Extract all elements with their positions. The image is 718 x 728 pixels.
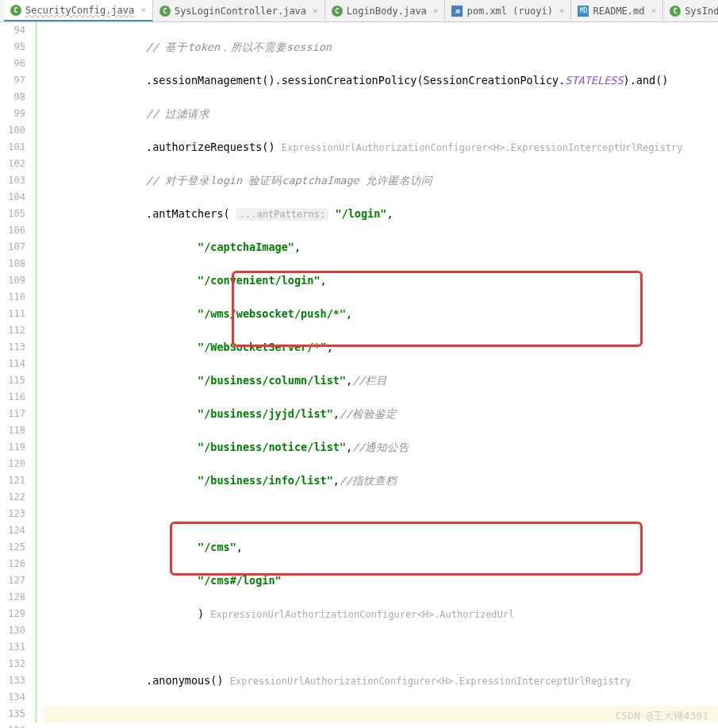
type-hint: ExpressionUrlAuthorizationConfigurer<H>.… — [230, 676, 632, 687]
watermark: CSDN @王大锤4391 — [616, 709, 708, 723]
code-text: , — [236, 541, 243, 553]
comment: // 基于token，所以不需要session — [146, 40, 332, 53]
java-class-icon: C — [332, 6, 343, 17]
string: "/login" — [335, 207, 386, 220]
type-hint: ExpressionUrlAuthorizationConfigurer<H>.… — [210, 609, 514, 620]
comment: //通知公告 — [352, 441, 409, 453]
tab-readme[interactable]: MDREADME.md× — [571, 0, 663, 21]
code-text: , — [346, 307, 352, 320]
code-editor[interactable]: 9495969798991001011021031041051061071081… — [0, 22, 718, 728]
string: "/convenient/login" — [198, 274, 320, 287]
code-text: , — [294, 241, 301, 253]
code-text: ).and() — [624, 74, 669, 87]
markdown-icon: MD — [578, 6, 589, 17]
string: "/business/column/list" — [198, 374, 346, 387]
code-text: , — [386, 207, 393, 220]
comment: //指纹查档 — [340, 474, 397, 487]
maven-icon: m — [451, 6, 463, 17]
java-class-icon: C — [159, 6, 171, 17]
code-text: , — [333, 474, 340, 487]
code-text: .anonymous() — [146, 674, 224, 687]
string: "/business/jyjd/list" — [198, 407, 333, 420]
string: "/WebSocketServer/*" — [198, 341, 327, 353]
param-hint: ...antPatterns: — [236, 208, 328, 221]
string: "/business/info/list" — [198, 474, 333, 487]
close-icon[interactable]: × — [313, 6, 318, 16]
tab-sys-index-controller[interactable]: CSysIndexController.java — [663, 0, 718, 21]
fold-column — [33, 22, 43, 728]
code-text: .sessionManagement().sessionCreationPoli… — [146, 74, 565, 87]
code-text: , — [327, 341, 333, 353]
java-class-icon: C — [10, 5, 21, 16]
close-icon[interactable]: × — [140, 5, 146, 15]
tab-security-config[interactable]: CSecurityConfig.java× — [4, 0, 153, 21]
code-area[interactable]: // 基于token，所以不需要session .sessionManageme… — [43, 22, 718, 728]
comment: //检验鉴定 — [340, 407, 397, 420]
type-hint: ExpressionUrlAuthorizationConfigurer<H>.… — [282, 142, 683, 153]
code-text: , — [333, 407, 340, 420]
java-class-icon: C — [670, 6, 681, 17]
comment: // 过滤请求 — [146, 107, 209, 120]
code-text: .authorizeRequests() — [146, 141, 275, 153]
tab-login-body[interactable]: CLoginBody.java× — [325, 0, 446, 21]
ide-window: CSecurityConfig.java× CSysLoginControlle… — [0, 0, 718, 728]
comment: //栏目 — [352, 374, 387, 387]
tab-pom-xml[interactable]: mpom.xml (ruoyi)× — [445, 0, 571, 21]
line-numbers: 9495969798991001011021031041051061071081… — [0, 22, 33, 728]
comment: // 对于登录login 验证码captchaImage 允许匿名访问 — [146, 174, 432, 187]
code-text: ) — [198, 607, 204, 620]
constant: STATELESS — [565, 74, 623, 87]
close-icon[interactable]: × — [433, 6, 439, 16]
editor-tabs: CSecurityConfig.java× CSysLoginControlle… — [0, 0, 718, 22]
string: "/captchaImage" — [198, 241, 294, 253]
string: "/business/notice/list" — [198, 441, 346, 453]
code-text: , — [321, 274, 327, 287]
string: "/wms/websocket/push/*" — [198, 307, 346, 320]
code-text: .antMatchers( — [146, 207, 230, 220]
tab-sys-login-controller[interactable]: CSysLoginController.java× — [153, 0, 325, 21]
close-icon[interactable]: × — [559, 6, 565, 16]
string: "/cms#/login" — [198, 574, 282, 587]
code-text: , — [346, 374, 352, 387]
string: "/cms" — [198, 541, 236, 553]
close-icon[interactable]: × — [651, 6, 657, 16]
code-text: , — [346, 441, 352, 453]
